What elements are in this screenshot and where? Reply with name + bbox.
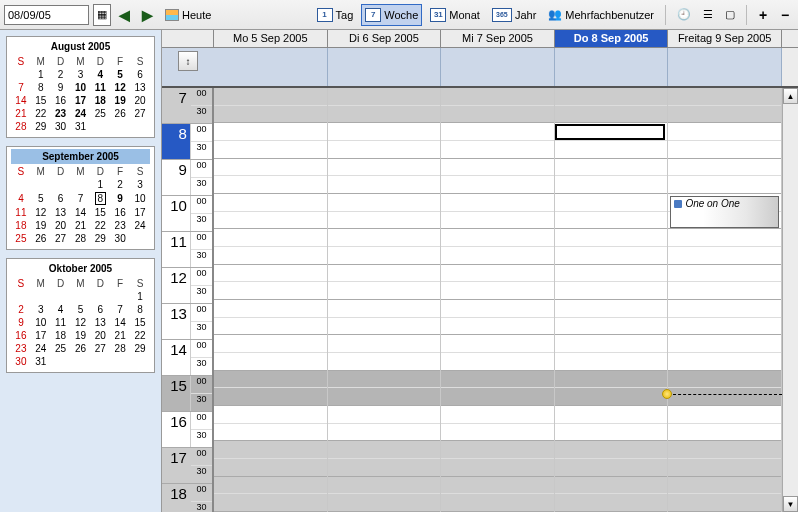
mini-cal-day[interactable]: 4: [90, 68, 110, 81]
time-slot[interactable]: [214, 159, 327, 177]
mini-cal-day[interactable]: [90, 355, 110, 368]
time-slot[interactable]: [441, 318, 554, 336]
time-slot[interactable]: [214, 282, 327, 300]
time-slot[interactable]: [668, 159, 781, 177]
mini-cal-day[interactable]: [31, 290, 51, 303]
time-slot[interactable]: [668, 265, 781, 283]
time-slot[interactable]: [328, 477, 441, 495]
time-slot[interactable]: [668, 123, 781, 141]
mini-cal-day[interactable]: 4: [51, 303, 71, 316]
time-slot[interactable]: [668, 229, 781, 247]
mini-cal-day[interactable]: 3: [130, 178, 150, 191]
mini-cal-day[interactable]: 6: [130, 68, 150, 81]
mini-cal-day[interactable]: 2: [110, 178, 130, 191]
multiuser-button[interactable]: 👥Mehrfachbenutzer: [544, 4, 658, 26]
week-view-button[interactable]: 7Woche: [361, 4, 422, 26]
year-view-button[interactable]: 365Jahr: [488, 4, 540, 26]
time-slot[interactable]: [668, 477, 781, 495]
mini-cal-day[interactable]: 12: [110, 81, 130, 94]
time-slot[interactable]: [555, 424, 668, 442]
time-slot[interactable]: [214, 406, 327, 424]
mini-cal-day[interactable]: 31: [31, 355, 51, 368]
day-column[interactable]: [441, 88, 555, 512]
time-slot[interactable]: [214, 388, 327, 406]
time-slot[interactable]: [328, 88, 441, 106]
time-slot[interactable]: [328, 318, 441, 336]
allday-cell[interactable]: [214, 48, 328, 86]
time-slot[interactable]: [441, 388, 554, 406]
time-slot[interactable]: [214, 247, 327, 265]
time-slot[interactable]: [441, 212, 554, 230]
mini-cal-day[interactable]: 16: [110, 206, 130, 219]
time-slot[interactable]: [668, 441, 781, 459]
time-slot[interactable]: [555, 335, 668, 353]
time-slot[interactable]: [328, 353, 441, 371]
time-slot[interactable]: [214, 212, 327, 230]
time-slot[interactable]: [441, 477, 554, 495]
day-column[interactable]: [214, 88, 328, 512]
time-slot[interactable]: [441, 441, 554, 459]
time-slot[interactable]: [441, 424, 554, 442]
view-option-2-button[interactable]: ☰: [699, 4, 717, 26]
mini-cal-day[interactable]: 5: [31, 191, 51, 206]
mini-cal-day[interactable]: 9: [110, 191, 130, 206]
mini-cal-day[interactable]: [130, 355, 150, 368]
time-slot[interactable]: [214, 494, 327, 512]
day-column[interactable]: One on One: [668, 88, 782, 512]
mini-cal-day[interactable]: 17: [130, 206, 150, 219]
time-slot[interactable]: [555, 194, 668, 212]
mini-cal-day[interactable]: 17: [31, 329, 51, 342]
mini-cal-day[interactable]: 22: [130, 329, 150, 342]
mini-cal-day[interactable]: 8: [31, 81, 51, 94]
time-slot[interactable]: [214, 353, 327, 371]
time-slot[interactable]: [441, 353, 554, 371]
time-slot[interactable]: [441, 194, 554, 212]
time-slot[interactable]: [668, 371, 781, 389]
mini-cal-day[interactable]: 4: [11, 191, 31, 206]
mini-cal-day[interactable]: 26: [71, 342, 91, 355]
time-slot[interactable]: [441, 494, 554, 512]
time-slot[interactable]: [441, 176, 554, 194]
mini-cal-day[interactable]: 1: [90, 178, 110, 191]
time-slot[interactable]: [328, 265, 441, 283]
time-slot[interactable]: [441, 335, 554, 353]
time-slot[interactable]: [555, 406, 668, 424]
mini-cal-day[interactable]: 8: [130, 303, 150, 316]
time-slot[interactable]: [668, 335, 781, 353]
mini-cal-day[interactable]: 21: [71, 219, 91, 232]
mini-cal-day[interactable]: 26: [110, 107, 130, 120]
mini-cal-day[interactable]: 2: [51, 68, 71, 81]
time-slot[interactable]: [214, 459, 327, 477]
mini-cal-day[interactable]: 3: [71, 68, 91, 81]
time-slot[interactable]: [328, 459, 441, 477]
time-slot[interactable]: [214, 318, 327, 336]
mini-cal-day[interactable]: [31, 178, 51, 191]
time-slot[interactable]: [328, 123, 441, 141]
mini-cal-day[interactable]: 9: [11, 316, 31, 329]
mini-cal-day[interactable]: [110, 355, 130, 368]
time-slot[interactable]: [668, 141, 781, 159]
mini-cal-day[interactable]: 21: [110, 329, 130, 342]
mini-cal-day[interactable]: 24: [31, 342, 51, 355]
mini-cal-day[interactable]: 15: [31, 94, 51, 107]
allday-cell[interactable]: [441, 48, 555, 86]
scroll-down-button[interactable]: ▼: [783, 496, 798, 512]
mini-cal-day[interactable]: 11: [11, 206, 31, 219]
mini-cal-day[interactable]: 7: [11, 81, 31, 94]
mini-cal-day[interactable]: 14: [110, 316, 130, 329]
time-slot[interactable]: [214, 300, 327, 318]
time-slot[interactable]: [555, 477, 668, 495]
mini-cal-day[interactable]: 2: [11, 303, 31, 316]
day-column[interactable]: [328, 88, 442, 512]
mini-cal-day[interactable]: 15: [90, 206, 110, 219]
mini-cal-day[interactable]: 6: [51, 191, 71, 206]
time-slot[interactable]: [328, 229, 441, 247]
day-header[interactable]: Do 8 Sep 2005: [555, 30, 669, 47]
day-header[interactable]: Freitag 9 Sep 2005: [668, 30, 782, 47]
mini-cal-day[interactable]: 29: [130, 342, 150, 355]
time-slot[interactable]: [668, 406, 781, 424]
mini-cal-day[interactable]: [71, 290, 91, 303]
time-slot[interactable]: [441, 229, 554, 247]
scroll-up-button[interactable]: ▲: [783, 88, 798, 104]
day-header[interactable]: Mi 7 Sep 2005: [441, 30, 555, 47]
